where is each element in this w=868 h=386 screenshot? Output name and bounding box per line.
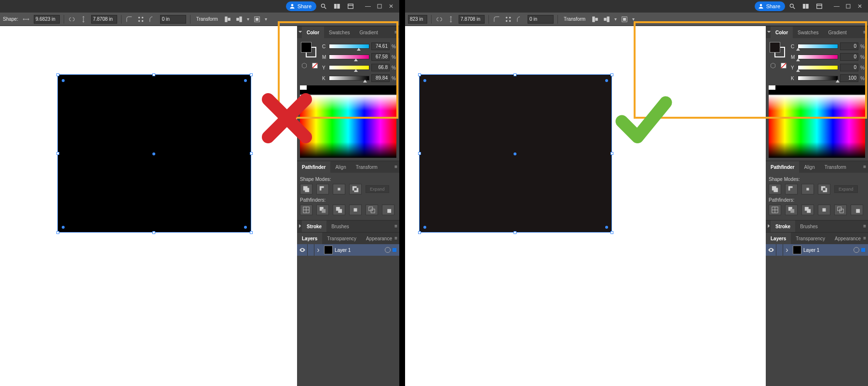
slider-k[interactable] <box>329 76 369 81</box>
link-wh-icon[interactable] <box>435 15 443 23</box>
expand-layer-icon[interactable]: › <box>314 246 322 254</box>
selection-handle[interactable] <box>418 73 421 76</box>
fill-stroke-indicator[interactable] <box>770 42 784 56</box>
anchor-point[interactable] <box>244 79 247 82</box>
slider-c[interactable] <box>798 44 838 49</box>
anchor-point[interactable] <box>423 79 426 82</box>
minus-front-button[interactable] <box>316 184 329 194</box>
target-icon[interactable] <box>854 247 859 253</box>
selection-handle[interactable] <box>152 73 155 76</box>
align-button-1[interactable] <box>224 15 231 23</box>
anchor-point[interactable] <box>423 226 426 229</box>
panel-menu-icon[interactable]: ≡ <box>394 29 397 35</box>
shape-height-input[interactable] <box>459 15 485 24</box>
tab-layers[interactable]: Layers <box>297 233 322 244</box>
selection-handle[interactable] <box>418 152 421 155</box>
tab-pathfinder[interactable]: Pathfinder <box>297 161 330 173</box>
selection-handle[interactable] <box>250 73 253 76</box>
slider-m[interactable] <box>329 55 369 59</box>
slider-c[interactable] <box>329 44 369 49</box>
arrange-docs-button[interactable] <box>800 1 812 12</box>
value-c[interactable]: 0 <box>840 42 858 50</box>
selection-handle[interactable] <box>250 152 253 155</box>
slider-y[interactable] <box>798 65 838 70</box>
tab-transparency[interactable]: Transparency <box>322 233 361 244</box>
isolate-button[interactable] <box>621 15 628 23</box>
value-y[interactable]: 66.8 <box>371 64 390 71</box>
window-close-button[interactable]: ✕ <box>854 1 865 11</box>
crop-button[interactable] <box>349 205 362 215</box>
unite-button[interactable] <box>769 184 781 194</box>
trim-button[interactable] <box>785 205 798 215</box>
outline-button[interactable] <box>366 205 378 215</box>
outline-button[interactable] <box>834 205 847 215</box>
share-button[interactable]: Share <box>755 1 785 11</box>
tab-brushes[interactable]: Brushes <box>326 221 354 232</box>
tab-pathfinder[interactable]: Pathfinder <box>766 161 799 173</box>
workspace-button[interactable] <box>813 1 826 12</box>
collapse-icon[interactable]: ⏵ <box>767 223 772 228</box>
selection-handle[interactable] <box>418 231 421 234</box>
panel-menu-icon[interactable]: ≡ <box>863 235 866 241</box>
tab-stroke[interactable]: Stroke <box>771 221 795 232</box>
corner-radius-input[interactable] <box>160 15 186 24</box>
align-button-1[interactable] <box>591 15 599 23</box>
minus-back-button[interactable] <box>382 205 394 215</box>
window-close-button[interactable]: ✕ <box>386 1 396 11</box>
tab-gradient[interactable]: Gradient <box>823 27 851 38</box>
link-wh-icon[interactable] <box>68 15 76 23</box>
selection-handle[interactable] <box>250 231 253 234</box>
swatch-strip[interactable] <box>769 85 865 94</box>
target-icon[interactable] <box>385 247 391 253</box>
selection-handle[interactable] <box>610 152 613 155</box>
tab-layers[interactable]: Layers <box>766 233 791 244</box>
tab-swatches[interactable]: Swatches <box>324 27 354 38</box>
shape-height-input[interactable] <box>91 15 117 24</box>
lock-column[interactable] <box>308 244 314 256</box>
corner-link-icon[interactable] <box>137 15 145 23</box>
tab-color[interactable]: Color <box>771 27 793 38</box>
shape-width-input-trunc[interactable] <box>408 15 427 24</box>
none-color-icon[interactable] <box>779 61 788 70</box>
search-button[interactable] <box>317 1 330 12</box>
slider-y[interactable] <box>329 65 369 70</box>
tab-transparency[interactable]: Transparency <box>791 233 830 244</box>
window-maximize-button[interactable] <box>374 1 385 11</box>
layer-name[interactable]: Layer 1 <box>335 248 385 253</box>
panel-menu-icon[interactable]: ≡ <box>863 29 866 35</box>
align-button-2[interactable] <box>603 15 610 23</box>
selection-handle[interactable] <box>56 73 59 76</box>
lock-column[interactable] <box>776 244 783 256</box>
shape-width-input[interactable] <box>34 15 60 24</box>
visibility-toggle[interactable] <box>297 244 308 256</box>
anchor-point[interactable] <box>244 226 247 229</box>
layer-row[interactable]: › Layer 1 <box>766 244 868 256</box>
selection-handle[interactable] <box>56 231 59 234</box>
selection-handle[interactable] <box>610 73 613 76</box>
unite-button[interactable] <box>300 184 312 194</box>
panel-menu-icon[interactable]: ≡ <box>863 164 866 169</box>
intersect-button[interactable] <box>333 184 345 194</box>
slider-m[interactable] <box>798 55 838 59</box>
crop-button[interactable] <box>818 205 830 215</box>
selection-handle[interactable] <box>514 231 516 234</box>
value-k[interactable]: 89.84 <box>371 74 390 82</box>
tab-appearance[interactable]: Appearance <box>830 233 866 244</box>
selection-handle[interactable] <box>514 73 516 76</box>
tab-swatches[interactable]: Swatches <box>793 27 823 38</box>
collapse-icon[interactable]: ⏵ <box>298 223 303 228</box>
selection-handle[interactable] <box>152 231 155 234</box>
collapse-icon[interactable]: ⏷ <box>767 29 772 34</box>
tab-brushes[interactable]: Brushes <box>795 221 823 232</box>
corner-type-icon[interactable] <box>125 15 133 23</box>
share-button[interactable]: Share <box>286 1 316 11</box>
slider-k[interactable] <box>798 76 838 81</box>
window-minimize-button[interactable]: — <box>831 1 842 11</box>
tab-stroke[interactable]: Stroke <box>302 221 326 232</box>
value-y[interactable]: 0 <box>840 64 858 71</box>
exclude-button[interactable] <box>349 184 362 194</box>
selection-handle[interactable] <box>610 231 613 234</box>
fill-swatch[interactable] <box>770 42 780 53</box>
layer-row[interactable]: › Layer 1 <box>297 244 399 256</box>
tab-appearance[interactable]: Appearance <box>361 233 397 244</box>
